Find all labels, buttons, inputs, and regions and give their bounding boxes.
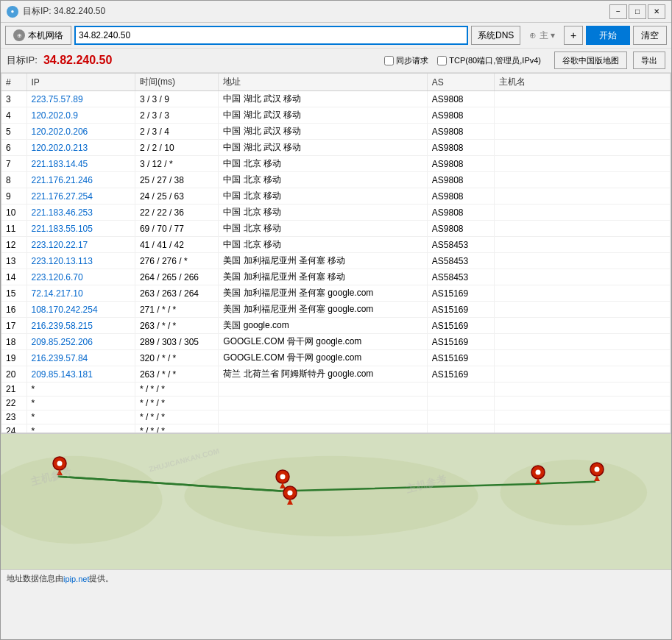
- start-button[interactable]: 开始: [586, 26, 630, 45]
- cell-time: 2 / 3 / 3: [135, 107, 218, 124]
- cell-ip[interactable]: 221.183.55.105: [26, 221, 135, 237]
- target-ip: 34.82.240.50: [43, 54, 112, 67]
- cell-time: * / * / *: [135, 397, 218, 410]
- cell-ip[interactable]: 209.85.143.181: [26, 366, 135, 383]
- cell-addr: GOOGLE.COM 骨干网 google.com: [219, 334, 427, 350]
- cell-ip: *: [26, 397, 135, 410]
- cell-ip[interactable]: 72.14.217.10: [26, 285, 135, 302]
- cell-ip[interactable]: 216.239.58.215: [26, 318, 135, 334]
- cell-as: AS9808: [427, 221, 494, 237]
- cell-host: [494, 285, 670, 302]
- col-header-ip: IP: [26, 74, 135, 91]
- cell-ip[interactable]: 120.202.0.213: [26, 140, 135, 156]
- cell-as: AS9808: [427, 140, 494, 156]
- cell-as: AS9808: [427, 188, 494, 205]
- cell-addr: 中国 北京 移动: [219, 172, 427, 188]
- cell-num: 20: [1, 366, 26, 383]
- trace-table-container[interactable]: # IP 时间(ms) 地址 AS 主机名 3 223.75.57.89 3 /…: [1, 73, 671, 433]
- cell-ip[interactable]: 223.120.22.17: [26, 237, 135, 253]
- cell-as: AS58453: [427, 269, 494, 285]
- table-row: 9 221.176.27.254 24 / 25 / 63 中国 北京 移动 A…: [1, 188, 671, 205]
- cell-num: 10: [1, 205, 26, 221]
- target-input[interactable]: [74, 26, 468, 45]
- cell-ip[interactable]: 209.85.252.206: [26, 334, 135, 350]
- cell-ip[interactable]: 221.176.27.254: [26, 188, 135, 205]
- title-controls: − □ ✕: [609, 4, 665, 19]
- map-pin-target[interactable]: [590, 462, 604, 485]
- cell-as: AS9808: [427, 91, 494, 107]
- cell-time: 276 / 276 / *: [135, 253, 218, 269]
- cell-ip[interactable]: 108.170.242.254: [26, 302, 135, 318]
- map-button[interactable]: 谷歌中国版地图: [554, 51, 627, 69]
- cell-addr: [219, 410, 427, 424]
- cell-as: AS9808: [427, 156, 494, 172]
- cell-addr: 中国 北京 移动: [219, 205, 427, 221]
- cell-addr: 中国 北京 移动: [219, 221, 427, 237]
- cell-host: [494, 188, 670, 205]
- col-header-host: 主机名: [494, 74, 670, 91]
- table-row: 10 221.183.46.253 22 / 22 / 36 中国 北京 移动 …: [1, 205, 671, 221]
- table-row: 17 216.239.58.215 263 / * / * 美国 google.…: [1, 318, 671, 334]
- cell-num: 14: [1, 269, 26, 285]
- cell-as: AS9808: [427, 205, 494, 221]
- cell-as: AS15169: [427, 302, 494, 318]
- cell-num: 9: [1, 188, 26, 205]
- cell-host: [494, 397, 670, 410]
- map-pin-china[interactable]: [52, 456, 67, 479]
- cell-addr: 中国 湖北 武汉 移动: [219, 124, 427, 140]
- cell-host: [494, 205, 670, 221]
- cell-ip[interactable]: 221.183.46.253: [26, 205, 135, 221]
- cell-ip[interactable]: 221.183.14.45: [26, 156, 135, 172]
- sync-checkbox-label[interactable]: 同步请求: [384, 55, 428, 66]
- cell-ip[interactable]: 223.75.57.89: [26, 91, 135, 107]
- add-button[interactable]: +: [564, 26, 583, 45]
- cell-as: AS15169: [427, 285, 494, 302]
- tcp-checkbox-label[interactable]: TCP(80端口,管理员,IPv4): [437, 55, 541, 66]
- cell-as: AS15169: [427, 350, 494, 366]
- cell-num: 24: [1, 424, 26, 434]
- cell-host: [494, 91, 670, 107]
- cell-ip[interactable]: 120.202.0.9: [26, 107, 135, 124]
- cell-time: 263 / 263 / 264: [135, 285, 218, 302]
- tcp-checkbox[interactable]: [437, 56, 447, 65]
- map-route-svg: [1, 434, 671, 569]
- table-row: 12 223.120.22.17 41 / 41 / 42 中国 北京 移动 A…: [1, 237, 671, 253]
- cell-time: 289 / 303 / 305: [135, 334, 218, 350]
- cell-host: [494, 237, 670, 253]
- status-bar: 地址数据信息由 ipip.net 提供。: [1, 569, 671, 587]
- sync-checkbox[interactable]: [384, 56, 394, 65]
- cell-ip[interactable]: 221.176.21.246: [26, 172, 135, 188]
- status-link[interactable]: ipip.net: [63, 575, 89, 583]
- table-row: 22 * * / * / *: [1, 397, 671, 410]
- cell-num: 16: [1, 302, 26, 318]
- cell-addr: 美国 加利福尼亚州 圣何塞 移动: [219, 269, 427, 285]
- map-pin-amsterdam[interactable]: [531, 465, 545, 488]
- cell-host: [494, 107, 670, 124]
- cell-num: 11: [1, 221, 26, 237]
- cell-num: 6: [1, 140, 26, 156]
- table-row: 20 209.85.143.181 263 / * / * 荷兰 北荷兰省 阿姆…: [1, 366, 671, 383]
- cell-num: 23: [1, 410, 26, 424]
- toolbar: ⊕ 本机网络 系统DNS ⊕ 主 ▾ + 开始 清空: [1, 23, 671, 49]
- target-input-wrap: [74, 26, 468, 45]
- maximize-button[interactable]: □: [629, 4, 646, 19]
- local-network-button[interactable]: ⊕ 本机网络: [5, 26, 71, 45]
- map-pin-sanjose2[interactable]: [283, 486, 297, 508]
- cell-ip[interactable]: 223.120.13.113: [26, 253, 135, 269]
- cell-ip[interactable]: 216.239.57.84: [26, 350, 135, 366]
- table-row: 16 108.170.242.254 271 / * / * 美国 加利福尼亚州…: [1, 302, 671, 318]
- cell-num: 13: [1, 253, 26, 269]
- close-button[interactable]: ✕: [648, 4, 665, 19]
- minimize-button[interactable]: −: [609, 4, 627, 19]
- cell-time: * / * / *: [135, 383, 218, 397]
- title-bar: ● 目标IP: 34.82.240.50 − □ ✕: [1, 1, 671, 23]
- cell-addr: 美国 加利福尼亚州 圣何塞 google.com: [219, 285, 427, 302]
- export-button[interactable]: 导出: [633, 51, 665, 69]
- cell-as: AS15169: [427, 366, 494, 383]
- cell-host: [494, 172, 670, 188]
- cell-ip[interactable]: 223.120.6.70: [26, 269, 135, 285]
- cell-ip[interactable]: 120.202.0.206: [26, 124, 135, 140]
- table-row: 4 120.202.0.9 2 / 3 / 3 中国 湖北 武汉 移动 AS98…: [1, 107, 671, 124]
- cell-time: 320 / * / *: [135, 350, 218, 366]
- clear-button[interactable]: 清空: [633, 26, 667, 45]
